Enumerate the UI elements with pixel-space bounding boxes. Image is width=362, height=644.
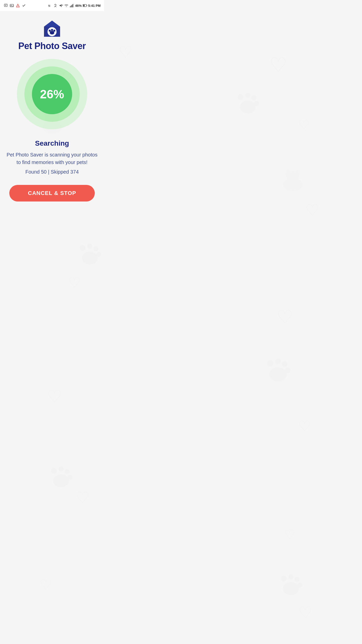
svg-point-67: [50, 31, 54, 34]
progress-circle-inner: 26%: [32, 74, 72, 114]
main-content: Pet Photo Saver 26% Searching Pet Photo …: [0, 11, 104, 212]
svg-rect-50: [10, 4, 14, 7]
logo-area: Pet Photo Saver: [18, 19, 86, 51]
svg-rect-56: [72, 5, 72, 7]
cancel-stop-button[interactable]: CANCEL & STOP: [9, 185, 95, 202]
scanning-stats: Found 50 | Skipped 374: [5, 169, 99, 175]
progress-percentage: 26%: [40, 87, 64, 101]
battery-icon: [83, 3, 87, 8]
app-logo-icon: [42, 19, 62, 39]
status-section: Searching Pet Photo Saver is scanning yo…: [5, 139, 99, 175]
check-icon: [22, 3, 26, 8]
status-bar: ! N 46% 5:41 PM: [0, 0, 104, 11]
svg-rect-47: [4, 4, 7, 7]
battery-percent: 46%: [75, 4, 82, 8]
svg-rect-58: [73, 4, 74, 7]
svg-text:!: !: [18, 5, 18, 7]
svg-rect-55: [71, 6, 71, 7]
time-display: 5:41 PM: [88, 4, 101, 8]
progress-indicator: 26%: [17, 59, 87, 129]
svg-text:N: N: [48, 4, 50, 7]
status-bar-right-info: N 46% 5:41 PM: [48, 3, 101, 8]
svg-marker-63: [44, 21, 60, 27]
searching-title: Searching: [5, 139, 99, 147]
wifi-icon: [64, 3, 69, 8]
svg-rect-60: [87, 5, 87, 6]
alert-icon: !: [16, 3, 20, 8]
svg-point-68: [49, 30, 51, 32]
bluetooth-icon: [53, 3, 58, 8]
svg-point-70: [53, 30, 55, 32]
notification-icon: [4, 3, 8, 8]
svg-rect-61: [83, 5, 84, 6]
svg-rect-57: [72, 4, 73, 7]
svg-rect-54: [70, 6, 71, 7]
app-title: Pet Photo Saver: [18, 41, 86, 51]
svg-rect-49: [5, 6, 6, 6]
svg-point-69: [51, 29, 53, 31]
svg-rect-48: [5, 5, 7, 5]
searching-description: Pet Photo Saver is scanning your photos …: [5, 151, 99, 166]
status-bar-left-icons: !: [4, 3, 26, 8]
mute-icon: [59, 3, 63, 8]
signal-icon: [70, 3, 74, 8]
photo-icon: [10, 3, 14, 8]
nfc-icon: N: [48, 3, 52, 8]
